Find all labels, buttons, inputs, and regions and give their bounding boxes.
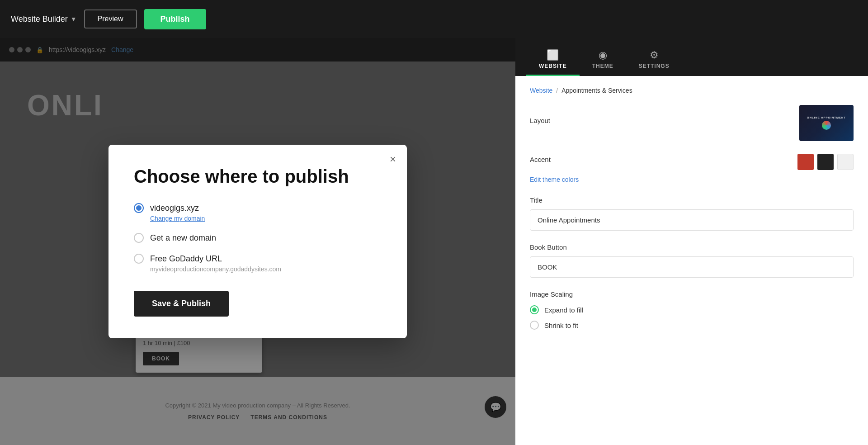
breadcrumb-website-link[interactable]: Website bbox=[530, 87, 552, 94]
scaling-shrink-label: Shrink to fit bbox=[544, 322, 578, 329]
modal-overlay: × Choose where to publish videogigs.xyz … bbox=[0, 38, 515, 445]
main-canvas-area: 🔒 https://videogigs.xyz Change ONLI Vide… bbox=[0, 38, 515, 445]
website-icon: ⬜ bbox=[547, 49, 559, 61]
layout-preview-text: ONLINE APPOINTMENT bbox=[807, 116, 846, 119]
top-bar: Website Builder ▼ Preview Publish bbox=[0, 0, 868, 38]
accent-section: Accent Edit theme colors bbox=[530, 154, 854, 184]
right-panel: ⬜ WEBSITE ◉ THEME ⚙ SETTINGS Website / A… bbox=[515, 38, 868, 445]
tab-website-label: WEBSITE bbox=[539, 63, 567, 69]
layout-label: Layout bbox=[530, 117, 550, 124]
modal-option-3-label: Free GoDaddy URL bbox=[150, 254, 222, 264]
modal-option-1-label: videogigs.xyz bbox=[150, 204, 199, 213]
layout-preview[interactable]: ONLINE APPOINTMENT bbox=[799, 105, 854, 141]
modal-option-1-row: videogigs.xyz bbox=[134, 203, 382, 213]
tab-theme-label: THEME bbox=[592, 63, 613, 69]
layout-preview-circle bbox=[822, 121, 831, 130]
image-scaling-label: Image Scaling bbox=[530, 290, 854, 298]
accent-swatch-light[interactable] bbox=[837, 154, 854, 170]
panel-tabs: ⬜ WEBSITE ◉ THEME ⚙ SETTINGS bbox=[515, 38, 868, 76]
modal-option-2-label: Get a new domain bbox=[150, 233, 216, 243]
modal-radio-1[interactable] bbox=[134, 203, 144, 213]
title-input[interactable] bbox=[530, 209, 854, 231]
image-scaling-section: Image Scaling Expand to fill Shrink to f… bbox=[530, 290, 854, 330]
modal-option-2: Get a new domain bbox=[134, 233, 382, 243]
tab-website[interactable]: ⬜ WEBSITE bbox=[526, 44, 580, 76]
tab-settings-label: SETTINGS bbox=[639, 63, 670, 69]
panel-body: Website / Appointments & Services Layout… bbox=[515, 76, 868, 445]
modal-option-3-row: Free GoDaddy URL bbox=[134, 254, 382, 264]
layout-preview-inner: ONLINE APPOINTMENT bbox=[799, 105, 854, 141]
book-button-section: Book Button bbox=[530, 243, 854, 278]
scaling-expand-label: Expand to fill bbox=[544, 306, 583, 314]
scaling-expand-radio[interactable] bbox=[530, 305, 539, 314]
breadcrumb-current: Appointments & Services bbox=[561, 87, 632, 94]
modal-radio-3[interactable] bbox=[134, 254, 144, 264]
scaling-shrink-radio[interactable] bbox=[530, 321, 539, 330]
save-publish-button[interactable]: Save & Publish bbox=[134, 291, 229, 317]
app-title-text: Website Builder bbox=[11, 14, 68, 24]
title-field-label: Title bbox=[530, 196, 854, 204]
book-button-input[interactable] bbox=[530, 256, 854, 278]
accent-row: Accent bbox=[530, 154, 854, 170]
modal-option-1-link[interactable]: Change my domain bbox=[150, 215, 382, 222]
tab-settings[interactable]: ⚙ SETTINGS bbox=[626, 44, 682, 76]
preview-button[interactable]: Preview bbox=[84, 9, 137, 28]
book-button-field-label: Book Button bbox=[530, 243, 854, 251]
modal-option-2-row: Get a new domain bbox=[134, 233, 382, 243]
modal-title: Choose where to publish bbox=[134, 166, 382, 187]
modal-close-button[interactable]: × bbox=[390, 154, 396, 165]
modal-radio-2[interactable] bbox=[134, 233, 144, 243]
title-section: Title bbox=[530, 196, 854, 231]
settings-icon: ⚙ bbox=[650, 49, 659, 61]
modal-option-3-subtext: myvideoproductioncompany.godaddysites.co… bbox=[150, 265, 382, 273]
layout-row: Layout ONLINE APPOINTMENT bbox=[530, 105, 854, 141]
publish-modal: × Choose where to publish videogigs.xyz … bbox=[108, 145, 407, 338]
layout-section: Layout ONLINE APPOINTMENT bbox=[530, 105, 854, 141]
accent-swatch-red[interactable] bbox=[797, 154, 814, 170]
publish-button[interactable]: Publish bbox=[144, 9, 206, 29]
modal-option-3: Free GoDaddy URL myvideoproductioncompan… bbox=[134, 254, 382, 273]
app-title-chevron-icon[interactable]: ▼ bbox=[71, 15, 77, 23]
scaling-shrink-option[interactable]: Shrink to fit bbox=[530, 321, 854, 330]
breadcrumb: Website / Appointments & Services bbox=[530, 87, 854, 94]
breadcrumb-separator: / bbox=[556, 87, 558, 94]
scaling-expand-option[interactable]: Expand to fill bbox=[530, 305, 854, 314]
theme-icon: ◉ bbox=[599, 49, 607, 61]
accent-swatches bbox=[797, 154, 854, 170]
edit-theme-colors-link[interactable]: Edit theme colors bbox=[530, 176, 579, 183]
tab-theme[interactable]: ◉ THEME bbox=[580, 44, 626, 76]
accent-swatch-dark[interactable] bbox=[817, 154, 834, 170]
modal-option-1: videogigs.xyz Change my domain bbox=[134, 203, 382, 222]
accent-label: Accent bbox=[530, 156, 551, 163]
app-title: Website Builder ▼ bbox=[11, 14, 77, 24]
